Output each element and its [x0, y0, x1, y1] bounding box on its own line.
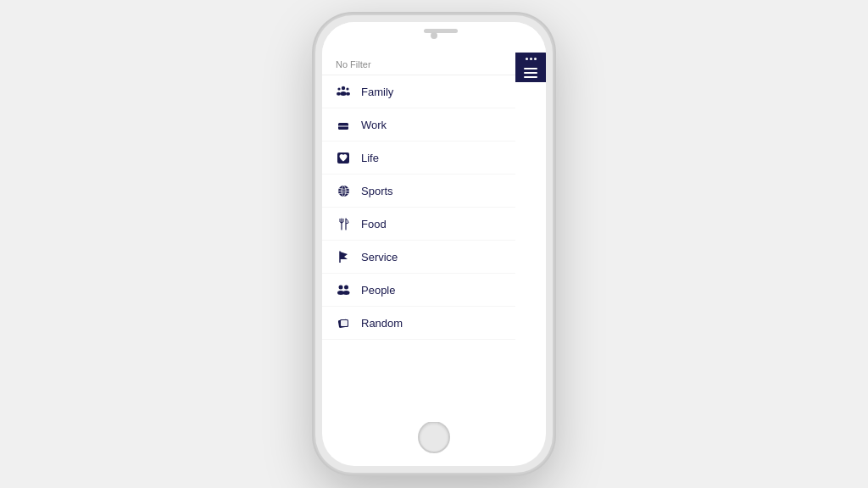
- hamburger-button[interactable]: [520, 64, 541, 82]
- dot-2: [530, 58, 532, 60]
- svg-point-3: [337, 92, 341, 96]
- menu-label-service: Service: [361, 251, 398, 263]
- menu-item-family[interactable]: Family: [322, 75, 515, 108]
- dot-3: [534, 58, 537, 60]
- heart-icon: [336, 150, 351, 165]
- flag-icon: [336, 249, 351, 264]
- no-filter-label: No Filter: [322, 53, 515, 75]
- svg-point-5: [346, 92, 350, 96]
- svg-point-15: [339, 286, 343, 290]
- home-button[interactable]: [418, 421, 450, 453]
- menu-label-work: Work: [361, 119, 387, 131]
- menu-label-sports: Sports: [361, 185, 393, 197]
- ham-line-3: [524, 76, 537, 78]
- menu-item-people[interactable]: People: [322, 274, 515, 307]
- menu-panel: No Filter: [322, 53, 515, 422]
- phone-wrapper: This here No Filter: [315, 15, 553, 473]
- menu-item-food[interactable]: Food: [322, 208, 515, 241]
- phone-inner: This here No Filter: [322, 22, 546, 466]
- header-dots: [522, 53, 540, 64]
- menu-list: Family Work: [322, 75, 515, 340]
- ham-line-1: [524, 68, 537, 69]
- dot-1: [526, 58, 528, 60]
- sports-ball-icon: [336, 183, 351, 198]
- menu-item-life[interactable]: Life: [322, 141, 515, 175]
- svg-point-18: [343, 291, 350, 295]
- svg-point-2: [337, 87, 340, 90]
- svg-point-17: [344, 286, 348, 290]
- menu-item-random[interactable]: Random: [322, 307, 515, 340]
- menu-label-life: Life: [361, 152, 379, 164]
- phone-speaker: [424, 29, 458, 33]
- fork-knife-icon: [336, 216, 351, 231]
- people-group-icon: [336, 84, 351, 99]
- menu-item-service[interactable]: Service: [322, 241, 515, 274]
- menu-label-people: People: [361, 284, 395, 297]
- phone-top-bar: [322, 22, 546, 53]
- app-header: [515, 53, 546, 82]
- briefcase-icon: [336, 117, 351, 132]
- menu-label-random: Random: [361, 317, 403, 330]
- ham-line-2: [524, 72, 537, 74]
- menu-item-sports[interactable]: Sports: [322, 175, 515, 208]
- screen: This here No Filter: [322, 53, 546, 422]
- menu-item-work[interactable]: Work: [322, 108, 515, 141]
- svg-point-0: [342, 86, 345, 90]
- svg-point-4: [346, 87, 348, 90]
- cards-icon: [336, 315, 351, 330]
- menu-label-food: Food: [361, 218, 387, 230]
- phone-frame: This here No Filter: [315, 15, 553, 473]
- phone-camera: [431, 32, 437, 39]
- svg-rect-21: [341, 320, 348, 326]
- svg-point-1: [341, 92, 347, 96]
- menu-label-family: Family: [361, 86, 393, 98]
- people-icon: [336, 282, 351, 297]
